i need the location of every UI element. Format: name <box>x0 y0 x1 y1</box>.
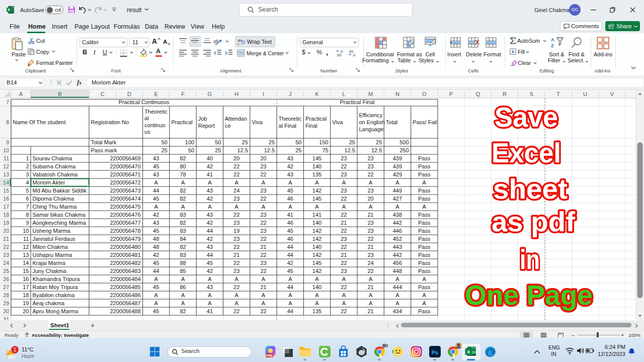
svg-text:2200056483: 2200056483 <box>110 268 140 274</box>
svg-text:19: 19 <box>23 300 29 306</box>
svg-text:442: 442 <box>393 252 402 258</box>
svg-text:2200056476: 2200056476 <box>110 212 140 218</box>
svg-text:Excel: Excel <box>492 137 561 168</box>
svg-text:.00: .00 <box>336 53 341 57</box>
svg-text:A: A <box>315 179 319 186</box>
svg-text:2200056472: 2200056472 <box>110 179 140 186</box>
svg-text:A: A <box>288 204 292 210</box>
svg-text:A: A <box>395 276 399 282</box>
svg-text:46: 46 <box>287 196 293 202</box>
svg-text:I: I <box>263 91 264 97</box>
svg-text:44: 44 <box>153 268 159 274</box>
svg-text:45: 45 <box>287 268 293 274</box>
svg-text:22: 22 <box>260 236 266 242</box>
svg-text:F: F <box>181 91 185 97</box>
svg-text:43: 43 <box>207 212 213 218</box>
svg-text:Pass: Pass <box>418 252 431 258</box>
svg-text:A: A <box>262 292 266 298</box>
svg-text:Practical: Practical <box>171 119 192 125</box>
svg-text:A: A <box>342 276 346 282</box>
svg-text:Md Abu Bakkar Siddik: Md Abu Bakkar Siddik <box>33 188 87 194</box>
svg-text:Moriom Akter: Moriom Akter <box>33 179 65 186</box>
svg-text:A: A <box>423 292 427 298</box>
svg-text:11: 11 <box>23 236 29 242</box>
svg-text:22: 22 <box>3 244 9 250</box>
svg-text:42: 42 <box>207 196 213 202</box>
svg-text:Final: Final <box>305 123 317 129</box>
svg-text:A: A <box>423 179 427 186</box>
svg-text:23: 23 <box>3 252 9 258</box>
svg-text:21: 21 <box>341 220 347 226</box>
svg-text:22: 22 <box>341 284 347 290</box>
svg-text:Pass/ Fail: Pass/ Fail <box>413 119 437 125</box>
svg-text:45: 45 <box>153 196 159 202</box>
svg-text:446: 446 <box>393 228 402 234</box>
svg-text:Usheng Marma: Usheng Marma <box>33 228 71 234</box>
svg-text:L: L <box>342 91 345 97</box>
svg-text:23: 23 <box>233 268 239 274</box>
svg-text:2200056471: 2200056471 <box>110 171 140 177</box>
svg-text:13: 13 <box>23 252 29 258</box>
svg-text:10: 10 <box>3 147 9 153</box>
svg-text:A: A <box>235 276 239 282</box>
svg-text:2200056487: 2200056487 <box>110 300 140 306</box>
svg-text:N: N <box>395 91 399 97</box>
svg-text:456: 456 <box>393 260 402 266</box>
svg-text:43: 43 <box>153 220 159 226</box>
svg-text:2200056470: 2200056470 <box>110 163 140 169</box>
svg-text:82: 82 <box>180 196 186 202</box>
svg-text:A: A <box>208 204 212 210</box>
svg-text:28: 28 <box>3 292 9 298</box>
svg-text:13: 13 <box>3 171 9 177</box>
svg-text:5: 5 <box>26 188 29 194</box>
svg-text:44: 44 <box>153 188 159 194</box>
svg-text:A: A <box>395 179 399 186</box>
svg-text:M: M <box>368 91 373 97</box>
svg-text:A: A <box>181 179 185 186</box>
svg-text:44: 44 <box>207 228 213 234</box>
svg-text:145: 145 <box>312 260 321 266</box>
svg-text:12.5: 12.5 <box>345 147 355 153</box>
svg-text:Aongkeyching Marma: Aongkeyching Marma <box>33 220 87 226</box>
svg-text:Diporna Chakma: Diporna Chakma <box>33 196 74 202</box>
svg-text:142: 142 <box>312 236 321 242</box>
svg-text:V: V <box>610 91 614 97</box>
svg-text:25: 25 <box>349 139 355 145</box>
svg-text:16: 16 <box>23 276 29 282</box>
svg-text:A: A <box>235 204 239 210</box>
svg-text:2200056488: 2200056488 <box>110 308 140 314</box>
svg-text:Pass: Pass <box>418 236 431 242</box>
svg-text:E: E <box>154 91 158 97</box>
svg-text:23: 23 <box>367 220 373 226</box>
svg-text:Job: Job <box>198 116 207 122</box>
svg-text:Registration No: Registration No <box>91 119 129 125</box>
svg-text:PRE: PRE <box>266 354 273 357</box>
svg-text:2200056485: 2200056485 <box>110 284 140 290</box>
svg-text:23: 23 <box>367 163 373 169</box>
svg-text:2200056479: 2200056479 <box>110 236 140 242</box>
svg-text:Samar bikas Chakma: Samar bikas Chakma <box>33 212 86 218</box>
svg-text:25: 25 <box>3 268 9 274</box>
svg-text:31: 31 <box>3 316 9 320</box>
svg-text:46: 46 <box>287 236 293 242</box>
svg-text:18: 18 <box>3 212 9 218</box>
svg-text:22: 22 <box>367 236 373 242</box>
svg-text:in: in <box>520 244 540 275</box>
svg-text:22: 22 <box>367 268 373 274</box>
svg-text:23: 23 <box>233 220 239 226</box>
svg-text:12: 12 <box>23 244 29 250</box>
svg-text:A: A <box>154 276 158 282</box>
svg-text:Aeaj chakma: Aeaj chakma <box>33 300 65 306</box>
svg-text:A: A <box>315 300 319 306</box>
svg-text:135: 135 <box>312 171 321 177</box>
svg-text:135: 135 <box>312 308 321 314</box>
svg-text:12: 12 <box>3 163 9 169</box>
svg-text:22: 22 <box>341 163 347 169</box>
svg-text:88: 88 <box>180 260 186 266</box>
svg-text:A: A <box>369 179 373 186</box>
svg-text:23: 23 <box>367 228 373 234</box>
svg-text:Pass mark: Pass mark <box>91 147 117 153</box>
svg-text:22: 22 <box>341 308 347 314</box>
svg-text:Pass: Pass <box>418 260 431 266</box>
svg-text:2200056484: 2200056484 <box>110 276 140 282</box>
